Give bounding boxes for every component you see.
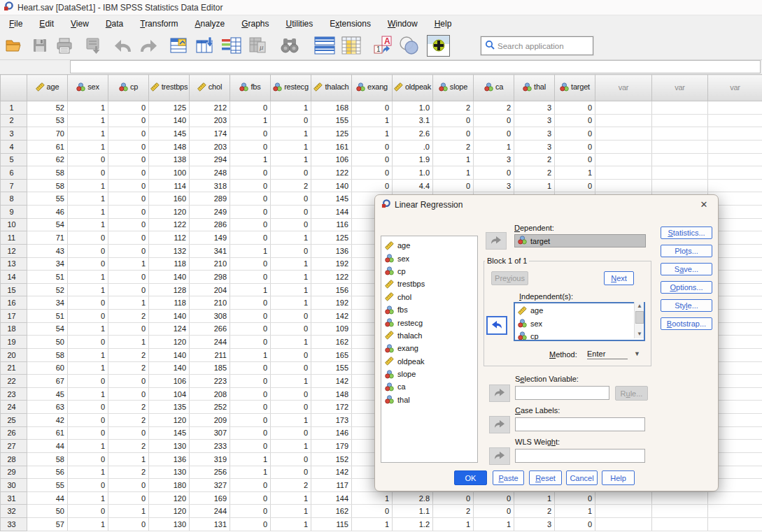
table-cell[interactable]: 136 — [311, 244, 352, 257]
table-cell[interactable]: 2 — [108, 440, 149, 453]
table-cell[interactable]: 209 — [190, 414, 230, 427]
plots-button[interactable]: Plots... — [661, 245, 712, 257]
table-cell[interactable]: 155 — [311, 114, 352, 127]
table-cell[interactable] — [595, 127, 652, 141]
source-variable-item[interactable]: thalach — [385, 329, 477, 342]
table-cell[interactable]: 120 — [149, 336, 190, 349]
table-cell[interactable]: 1 — [271, 491, 311, 505]
table-cell[interactable]: 266 — [190, 322, 230, 336]
table-cell[interactable]: 0 — [271, 401, 311, 414]
row-number[interactable]: 20 — [1, 348, 27, 361]
table-cell[interactable]: 0 — [230, 322, 271, 336]
table-cell[interactable] — [595, 518, 652, 531]
table-cell[interactable]: 106 — [149, 375, 190, 388]
table-cell[interactable]: 1 — [271, 140, 311, 153]
table-cell[interactable]: 1 — [68, 179, 108, 192]
table-cell[interactable]: 1 — [68, 140, 108, 153]
table-cell[interactable]: 144 — [311, 206, 352, 219]
table-cell[interactable]: 0 — [230, 257, 271, 271]
table-cell[interactable]: 1 — [271, 505, 311, 518]
table-cell[interactable]: 180 — [149, 479, 190, 492]
table-cell[interactable]: 52 — [27, 101, 68, 115]
dialog-title-bar[interactable]: Linear Regression — [375, 195, 718, 214]
table-cell[interactable]: 249 — [190, 206, 230, 219]
row-number[interactable]: 27 — [1, 440, 27, 453]
table-cell[interactable]: 0 — [230, 518, 271, 531]
source-variable-item[interactable]: exang — [385, 342, 477, 354]
table-cell[interactable]: 208 — [190, 387, 230, 401]
case-labels-field[interactable] — [515, 417, 645, 431]
table-cell[interactable]: 61 — [27, 426, 68, 440]
table-cell[interactable]: 125 — [149, 101, 190, 115]
table-cell[interactable] — [595, 505, 652, 518]
table-cell[interactable]: 210 — [190, 257, 230, 271]
table-cell[interactable]: 44 — [27, 440, 68, 453]
table-cell[interactable]: 1 — [514, 491, 555, 505]
table-cell[interactable]: 307 — [190, 426, 230, 440]
table-cell[interactable]: 63 — [27, 401, 68, 414]
table-cell[interactable]: 1.0 — [393, 166, 433, 180]
table-cell[interactable]: 192 — [311, 296, 352, 310]
column-header-target[interactable]: target — [555, 75, 595, 101]
table-cell[interactable]: 1 — [433, 518, 474, 531]
table-cell[interactable]: 0 — [230, 101, 271, 115]
table-cell[interactable]: 1 — [108, 296, 149, 310]
column-header-var[interactable]: var — [652, 75, 708, 101]
table-cell[interactable]: 0 — [230, 414, 271, 427]
use-variable-sets-button[interactable] — [398, 34, 421, 57]
column-header-fbs[interactable]: fbs — [230, 75, 271, 101]
table-cell[interactable]: 0 — [230, 271, 271, 284]
source-variable-item[interactable]: restecg — [385, 316, 477, 329]
table-cell[interactable]: 0 — [68, 336, 108, 349]
table-cell[interactable]: 2 — [433, 505, 474, 518]
table-cell[interactable]: 55 — [27, 479, 68, 492]
menu-data[interactable]: Data — [97, 17, 132, 31]
table-cell[interactable] — [652, 114, 708, 127]
menu-help[interactable]: Help — [426, 17, 460, 31]
table-cell[interactable]: 42 — [27, 414, 68, 427]
table-cell[interactable]: 125 — [311, 231, 352, 245]
table-cell[interactable]: 0 — [352, 140, 393, 153]
table-cell[interactable]: 156 — [311, 283, 352, 296]
table-cell[interactable]: 67 — [27, 375, 68, 388]
save-button[interactable] — [32, 34, 48, 57]
row-number[interactable]: 7 — [1, 179, 27, 192]
table-cell[interactable]: 0 — [474, 491, 514, 505]
independents-list[interactable]: agesexcp — [514, 302, 645, 341]
table-cell[interactable]: 1 — [108, 336, 149, 349]
row-number[interactable]: 2 — [1, 114, 27, 127]
table-cell[interactable]: 1 — [271, 414, 311, 427]
table-cell[interactable]: 0 — [555, 491, 595, 505]
rule-button[interactable]: Rule... — [615, 386, 648, 401]
table-cell[interactable]: 2 — [108, 310, 149, 323]
table-cell[interactable]: 0 — [352, 505, 393, 518]
table-cell[interactable]: 1 — [271, 375, 311, 388]
row-number[interactable]: 25 — [1, 414, 27, 427]
table-cell[interactable]: 252 — [190, 401, 230, 414]
row-number[interactable]: 21 — [1, 361, 27, 375]
table-cell[interactable]: 60 — [27, 361, 68, 375]
table-cell[interactable]: 1 — [68, 518, 108, 531]
table-cell[interactable]: 1 — [68, 348, 108, 361]
table-cell[interactable]: 130 — [149, 440, 190, 453]
move-to-wls-button[interactable] — [489, 447, 510, 465]
table-cell[interactable]: 204 — [190, 283, 230, 296]
table-cell[interactable]: 2 — [108, 361, 149, 375]
table-cell[interactable]: 3.1 — [393, 114, 433, 127]
chevron-down-icon[interactable]: ▼ — [634, 350, 640, 357]
table-cell[interactable] — [708, 166, 762, 180]
table-cell[interactable]: 109 — [311, 322, 352, 336]
row-number[interactable]: 17 — [1, 310, 27, 323]
table-cell[interactable]: 2 — [433, 101, 474, 115]
table-cell[interactable]: 0 — [271, 244, 311, 257]
table-cell[interactable]: 56 — [27, 466, 68, 479]
row-number[interactable]: 9 — [1, 206, 27, 219]
table-cell[interactable]: 1 — [230, 244, 271, 257]
row-number[interactable]: 6 — [1, 166, 27, 180]
previous-button[interactable]: Previous — [491, 271, 528, 285]
goto-case-button[interactable] — [169, 34, 189, 57]
find-button[interactable] — [279, 34, 300, 57]
source-variable-list[interactable]: agesexcptrestbpscholfbsrestecgthalachexa… — [381, 236, 478, 463]
table-cell[interactable]: 136 — [149, 452, 190, 466]
column-header-oldpeak[interactable]: oldpeak — [393, 75, 433, 101]
